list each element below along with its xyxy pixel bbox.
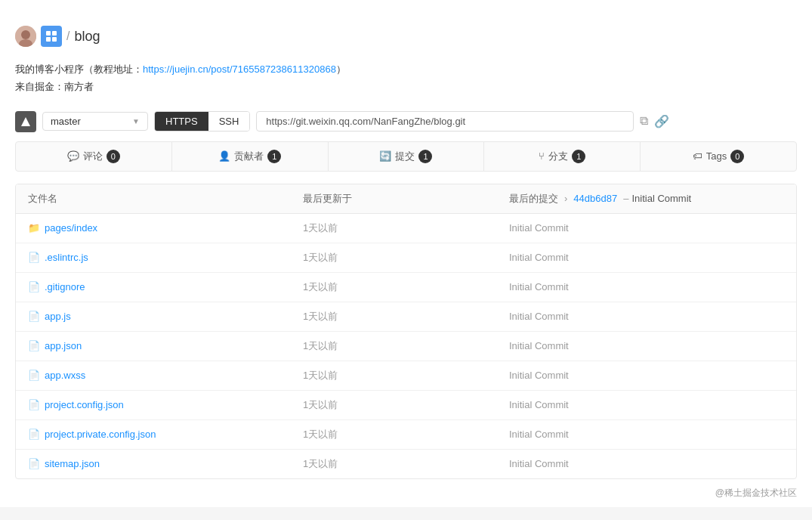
branch-selector[interactable]: master ▼ <box>42 112 148 131</box>
file-name-cell: 📄 .gitignore <box>28 281 303 292</box>
tag-icon: 🏷 <box>693 150 702 162</box>
toolbar-action-icons: ⧉ 🔗 <box>640 114 669 128</box>
svg-rect-3 <box>46 31 51 36</box>
file-commit: Initial Commit <box>509 399 784 410</box>
stat-commits[interactable]: 🔄 提交 1 <box>329 142 485 171</box>
file-link[interactable]: app.json <box>45 340 82 351</box>
commit-header-label: 最后的提交 <box>509 192 558 206</box>
stat-branches-count: 1 <box>572 150 585 163</box>
contributor-icon: 👤 <box>218 150 230 162</box>
stat-contributors-label: 贡献者 <box>234 150 264 163</box>
tab-ssh[interactable]: SSH <box>208 112 250 131</box>
repo-toolbar: master ▼ HTTPS SSH ⧉ 🔗 <box>15 99 797 141</box>
file-commit: Initial Commit <box>509 281 784 292</box>
stat-branches-label: 分支 <box>548 150 568 163</box>
file-updated: 1天以前 <box>303 369 509 382</box>
file-name-cell: 📄 project.config.json <box>28 399 303 410</box>
file-icon: 📄 <box>28 458 40 469</box>
stat-tags-count: 0 <box>730 150 744 163</box>
file-link[interactable]: project.config.json <box>45 399 124 410</box>
file-link[interactable]: app.wxss <box>45 370 85 381</box>
git-url-input[interactable] <box>256 111 634 132</box>
desc-source: 来自掘金：南方者 <box>15 81 94 92</box>
desc-link[interactable]: https://juejin.cn/post/71655872386113208… <box>143 63 336 75</box>
chevron-down-icon: ▼ <box>132 117 140 125</box>
file-link[interactable]: .gitignore <box>45 281 85 292</box>
file-commit: Initial Commit <box>509 429 784 440</box>
copy-icon[interactable]: ⧉ <box>640 114 648 128</box>
file-commit: Initial Commit <box>509 340 784 351</box>
desc-text1: 我的博客小程序（教程地址： <box>15 63 143 75</box>
col-header-updated: 最后更新于 <box>303 192 509 206</box>
svg-marker-7 <box>21 117 30 126</box>
file-commit: Initial Commit <box>509 311 784 322</box>
file-updated: 1天以前 <box>303 428 509 441</box>
comment-icon: 💬 <box>67 150 79 162</box>
file-commit: Initial Commit <box>509 252 784 263</box>
stats-bar: 💬 评论 0 👤 贡献者 1 🔄 提交 1 ⑂ 分支 1 🏷 Tags 0 <box>15 141 797 172</box>
repo-description: 我的博客小程序（教程地址：https://juejin.cn/post/7165… <box>15 54 797 99</box>
table-row: 📁 pages/index 1天以前 Initial Commit <box>16 214 796 243</box>
file-updated: 1天以前 <box>303 339 509 353</box>
branch-version-icon <box>15 111 36 132</box>
commit-icon: 🔄 <box>379 150 391 162</box>
file-link[interactable]: pages/index <box>45 222 97 234</box>
stat-comments-label: 评论 <box>83 150 103 163</box>
table-row: 📄 project.private.config.json 1天以前 Initi… <box>16 420 796 450</box>
file-name-cell: 📄 app.wxss <box>28 370 303 381</box>
watermark: @稀土掘金技术社区 <box>15 479 797 507</box>
file-link[interactable]: project.private.config.json <box>45 429 156 440</box>
user-avatar[interactable] <box>15 26 36 47</box>
table-row: 📄 app.js 1天以前 Initial Commit <box>16 302 796 332</box>
file-name-cell: 📄 app.json <box>28 340 303 351</box>
repo-org-icon[interactable] <box>41 26 62 47</box>
file-commit: Initial Commit <box>509 370 784 381</box>
file-updated: 1天以前 <box>303 251 509 265</box>
file-name-cell: 📄 project.private.config.json <box>28 429 303 440</box>
repo-name[interactable]: blog <box>74 29 100 45</box>
table-row: 📄 app.json 1天以前 Initial Commit <box>16 332 796 361</box>
file-icon: 📄 <box>28 252 40 263</box>
file-updated: 1天以前 <box>303 280 509 294</box>
stat-contributors[interactable]: 👤 贡献者 1 <box>172 142 329 171</box>
file-icon: 📄 <box>28 370 40 381</box>
file-icon: 📄 <box>28 399 40 410</box>
commit-hash[interactable]: 44db6d87 <box>573 193 617 204</box>
file-name-cell: 📁 pages/index <box>28 222 303 234</box>
tab-https[interactable]: HTTPS <box>155 112 208 131</box>
col-header-name: 文件名 <box>28 192 303 206</box>
table-row: 📄 .gitignore 1天以前 Initial Commit <box>16 273 796 302</box>
file-link[interactable]: app.js <box>45 311 71 322</box>
commit-header-message: Initial Commit <box>631 193 691 204</box>
file-updated: 1天以前 <box>303 310 509 323</box>
file-icon: 📄 <box>28 281 40 292</box>
stat-tags-label: Tags <box>706 150 727 162</box>
table-row: 📄 project.config.json 1天以前 Initial Commi… <box>16 391 796 420</box>
svg-point-1 <box>21 30 30 39</box>
protocol-tabs: HTTPS SSH <box>154 111 250 132</box>
file-commit: Initial Commit <box>509 458 784 469</box>
svg-rect-5 <box>46 37 51 42</box>
file-updated: 1天以前 <box>303 221 509 235</box>
file-updated: 1天以前 <box>303 398 509 412</box>
stat-branches[interactable]: ⑂ 分支 1 <box>484 142 641 171</box>
file-name-cell: 📄 sitemap.json <box>28 458 303 469</box>
file-link[interactable]: .eslintrc.js <box>45 252 88 263</box>
stat-comments[interactable]: 💬 评论 0 <box>16 142 172 171</box>
file-name-cell: 📄 app.js <box>28 311 303 322</box>
stat-commits-count: 1 <box>418 150 432 163</box>
link-icon[interactable]: 🔗 <box>654 114 669 128</box>
file-icon: 📄 <box>28 429 40 440</box>
file-commit: Initial Commit <box>509 222 784 234</box>
table-row: 📄 app.wxss 1天以前 Initial Commit <box>16 361 796 391</box>
stat-tags[interactable]: 🏷 Tags 0 <box>641 142 796 171</box>
folder-icon: 📁 <box>28 222 40 234</box>
desc-text2: ） <box>336 63 346 75</box>
file-link[interactable]: sitemap.json <box>45 458 100 469</box>
breadcrumb-separator: / <box>66 29 69 43</box>
col-header-commit: 最后的提交 › 44db6d87 – Initial Commit <box>509 192 784 206</box>
file-icon: 📄 <box>28 340 40 351</box>
table-row: 📄 .eslintrc.js 1天以前 Initial Commit <box>16 243 796 273</box>
stat-commits-label: 提交 <box>395 150 415 163</box>
svg-rect-4 <box>52 31 57 36</box>
